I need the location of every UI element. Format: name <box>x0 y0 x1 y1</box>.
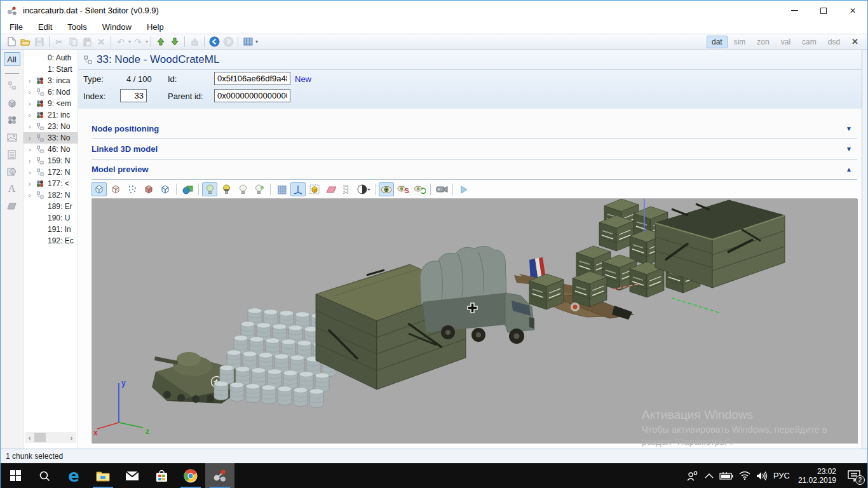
close-button[interactable] <box>838 1 867 20</box>
volume-icon[interactable] <box>756 471 768 480</box>
tree-item-selected[interactable]: 33: No <box>24 132 78 144</box>
tree-item[interactable]: 192: Ec <box>24 235 78 247</box>
render-wireframe-button[interactable] <box>108 182 123 196</box>
redo-dropdown[interactable]: ▾ <box>146 39 148 44</box>
delete-button[interactable]: ✕ <box>94 35 108 48</box>
store-icon[interactable] <box>147 463 176 488</box>
columns-view-button[interactable] <box>241 35 255 48</box>
import-button[interactable] <box>187 35 201 48</box>
chevron-down-icon[interactable] <box>846 125 852 132</box>
shape-filter-icon[interactable] <box>6 200 18 212</box>
expander-icon[interactable] <box>29 77 36 85</box>
move-up-button[interactable] <box>154 35 168 48</box>
expander-icon[interactable] <box>29 157 36 165</box>
show-axes-button[interactable] <box>290 182 306 196</box>
tab-val[interactable]: val <box>776 36 796 48</box>
render-solid-button[interactable] <box>92 182 107 196</box>
tab-sim[interactable]: sim <box>729 36 751 48</box>
tree-item[interactable]: 9: <em <box>24 98 78 109</box>
tree-item[interactable]: 6: Nod <box>24 86 78 98</box>
light-spot-button[interactable] <box>252 182 267 196</box>
tree-item[interactable]: 191: In <box>24 224 78 235</box>
tree-item[interactable]: 190: U <box>24 212 78 224</box>
tree-item[interactable]: 159: N <box>24 155 78 166</box>
expander-icon[interactable] <box>29 180 36 187</box>
tree-item[interactable]: 1: Start <box>24 64 78 75</box>
file-explorer-icon[interactable] <box>88 463 118 488</box>
cut-button[interactable]: ✂ <box>52 35 66 48</box>
new-id-link[interactable]: New <box>295 74 311 84</box>
light-ambient-button[interactable] <box>202 182 217 196</box>
tree-horizontal-scrollbar[interactable] <box>25 432 76 443</box>
tab-dsd[interactable]: dsd <box>823 36 845 48</box>
light-directional-button[interactable] <box>219 182 234 196</box>
tabs-close-icon[interactable]: ✕ <box>846 37 864 46</box>
undo-button[interactable]: ↶ <box>114 35 128 48</box>
minimize-button[interactable] <box>780 1 809 20</box>
scroll-thumb[interactable] <box>34 433 46 442</box>
clock[interactable]: 23:02 21.02.2019 <box>796 467 839 485</box>
chrome-icon[interactable] <box>176 463 205 488</box>
play-button[interactable] <box>456 182 471 196</box>
tree-item[interactable]: 177: < <box>24 178 78 189</box>
scroll-right-icon[interactable] <box>67 434 76 442</box>
columns-dropdown[interactable]: ▾ <box>255 39 258 44</box>
chevron-up-icon[interactable] <box>846 166 852 173</box>
show-pivot-button[interactable] <box>307 182 322 196</box>
menu-edit[interactable]: Edit <box>38 22 52 32</box>
view-eye-button[interactable] <box>379 182 394 196</box>
move-down-button[interactable] <box>168 35 182 48</box>
show-grid-button[interactable] <box>274 182 289 196</box>
show-plane-button[interactable] <box>323 182 339 196</box>
section-node-positioning[interactable]: Node positioning <box>92 119 857 139</box>
render-bounds-button[interactable] <box>158 182 173 196</box>
node-filter-icon[interactable] <box>6 80 18 92</box>
expander-icon[interactable] <box>29 111 36 119</box>
parent-id-input[interactable] <box>214 89 290 102</box>
menu-tools[interactable]: Tools <box>67 22 86 32</box>
expander-icon[interactable] <box>29 88 36 96</box>
silent-3ditor-taskbar-icon[interactable] <box>205 463 234 488</box>
scroll-left-icon[interactable] <box>25 434 34 442</box>
expander-icon[interactable] <box>29 123 36 130</box>
expander-icon[interactable] <box>29 134 36 142</box>
model-viewport[interactable]: y x z Активация Windows Чтобы активирова… <box>92 198 857 443</box>
menu-window[interactable]: Window <box>102 22 132 32</box>
save-button[interactable] <box>32 35 46 48</box>
tree-item[interactable]: 189: Er <box>24 201 78 212</box>
expander-icon[interactable] <box>29 168 36 176</box>
image-filter-icon[interactable] <box>6 132 18 143</box>
expander-icon[interactable] <box>29 191 36 199</box>
start-button[interactable] <box>1 463 30 488</box>
list-filter-icon[interactable] <box>6 149 18 160</box>
text-filter-icon[interactable]: A <box>6 183 18 194</box>
forward-button[interactable] <box>221 35 235 48</box>
tab-cam[interactable]: cam <box>797 36 822 48</box>
wifi-icon[interactable] <box>739 471 750 480</box>
view-rotate-button[interactable] <box>412 182 427 196</box>
filter-all-button[interactable]: All <box>4 52 20 66</box>
tab-zon[interactable]: zon <box>752 36 774 48</box>
tree-item[interactable]: 46: No <box>24 144 78 155</box>
render-textured-button[interactable] <box>141 182 156 196</box>
expander-icon[interactable] <box>29 100 36 107</box>
index-input[interactable] <box>120 89 147 102</box>
background-color-button[interactable] <box>356 182 372 196</box>
language-indicator[interactable]: РУС <box>773 471 790 480</box>
mail-icon[interactable] <box>118 463 147 488</box>
copy-button[interactable] <box>66 35 80 48</box>
maximize-button[interactable] <box>809 1 838 20</box>
menu-file[interactable]: File <box>10 22 23 32</box>
section-linked-3d-model[interactable]: Linked 3D model <box>92 139 857 159</box>
reset-xyz-button[interactable]: X=0Y=0Z=0 <box>340 182 355 196</box>
edge-icon[interactable]: e <box>59 463 88 488</box>
light-point-button[interactable] <box>235 182 250 196</box>
new-file-button[interactable] <box>4 35 18 48</box>
camera-button[interactable] <box>434 182 449 196</box>
info-filter-icon[interactable]: i <box>6 166 18 177</box>
tree-item[interactable]: 172: N <box>24 166 78 178</box>
notification-icon[interactable]: 2 <box>844 466 864 485</box>
back-button[interactable] <box>207 35 221 48</box>
section-model-preview[interactable]: Model preview <box>92 159 857 180</box>
molecule-filter-icon[interactable] <box>6 114 18 126</box>
